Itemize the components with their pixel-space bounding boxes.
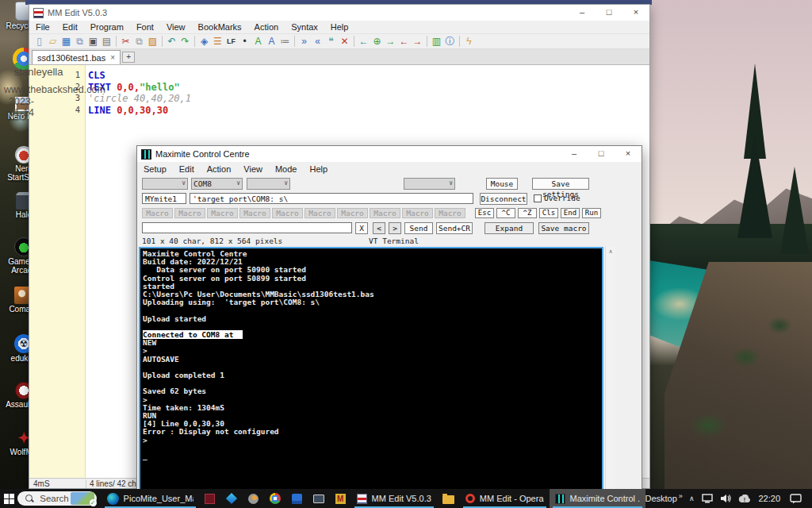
- combo-device[interactable]: ∨: [142, 178, 188, 190]
- macro-button-4[interactable]: Macro: [239, 208, 270, 218]
- history-prev-button[interactable]: <: [373, 222, 385, 234]
- nav-forward-icon[interactable]: →: [384, 34, 397, 48]
- taskbar-item-diamond[interactable]: [220, 489, 243, 508]
- info-icon[interactable]: ⓘ: [443, 34, 457, 48]
- mcc-titlebar[interactable]: Maximite Control Centre – □ ×: [137, 146, 642, 162]
- find-icon[interactable]: ◈: [197, 34, 211, 48]
- save-macro-button[interactable]: Save macro: [538, 222, 589, 234]
- command-input[interactable]: [142, 222, 352, 233]
- nav-back-icon[interactable]: ←: [357, 34, 370, 48]
- clear-button[interactable]: X: [355, 222, 368, 234]
- menu-edit[interactable]: Edit: [56, 22, 84, 32]
- volume-icon[interactable]: [720, 494, 731, 503]
- save-settings-button[interactable]: Save settings: [532, 178, 589, 190]
- menu-edit[interactable]: Edit: [173, 164, 201, 174]
- override-checkbox[interactable]: [534, 194, 542, 202]
- mmedit-titlebar[interactable]: MM Edit V5.0.3 – □ ×: [29, 5, 649, 21]
- print-icon[interactable]: ▤: [100, 34, 113, 48]
- paste-icon[interactable]: ▨: [146, 34, 159, 48]
- desktops-button[interactable]: Desktop: [645, 494, 677, 503]
- macro-button-3[interactable]: Macro: [207, 208, 238, 218]
- expand-button[interactable]: Expand: [485, 222, 534, 234]
- vt-terminal[interactable]: Maximite Control CentreBuild date: 2022/…: [139, 247, 603, 508]
- bullet-icon[interactable]: •: [238, 34, 251, 48]
- save-as-icon[interactable]: ⧉: [73, 34, 86, 48]
- menu-help[interactable]: Help: [324, 22, 355, 32]
- combo-baud[interactable]: ∨: [247, 178, 290, 190]
- macro-button-5[interactable]: Macro: [272, 208, 303, 218]
- taskbar-item-mmedit[interactable]: MM Edit V5.0.3: [351, 489, 437, 508]
- taskbar-item-eset[interactable]: [243, 489, 264, 508]
- jump-back-icon[interactable]: ←: [397, 34, 411, 48]
- history-next-button[interactable]: >: [389, 222, 401, 234]
- widgets-weather-icon[interactable]: [71, 492, 94, 505]
- show-hidden-icons-icon[interactable]: ∧: [689, 495, 695, 502]
- undo-icon[interactable]: ↶: [165, 34, 178, 48]
- menu-file[interactable]: File: [29, 22, 56, 32]
- tab-ssd1306test1[interactable]: ssd1306test1.bas ×: [32, 50, 121, 64]
- macro-button-9[interactable]: Macro: [402, 208, 433, 218]
- key-button-ctrl-z[interactable]: ^Z: [518, 208, 537, 218]
- add-icon[interactable]: ⊕: [370, 34, 384, 48]
- menu-view[interactable]: View: [160, 22, 192, 32]
- send-cr-button[interactable]: Send+CR: [436, 222, 473, 234]
- new-file-icon[interactable]: ▯: [33, 34, 46, 48]
- menu-font[interactable]: Font: [130, 22, 160, 32]
- save-icon[interactable]: ▦: [59, 34, 73, 48]
- onedrive-cloud-icon[interactable]: [738, 495, 751, 503]
- copy-icon[interactable]: ⧉: [132, 34, 146, 48]
- combo-port[interactable]: COM8∨: [191, 178, 243, 190]
- close-button[interactable]: ×: [622, 5, 649, 21]
- macro-button-1[interactable]: Macro: [142, 208, 173, 218]
- menu-setup[interactable]: Setup: [137, 164, 173, 174]
- target-port-field[interactable]: 'target port\COM8: s\: [190, 193, 473, 204]
- macro-button-10[interactable]: Macro: [435, 208, 465, 218]
- taskbar-item-chrome[interactable]: [264, 489, 286, 508]
- snapshot-icon[interactable]: ▣: [86, 34, 100, 48]
- jump-forward-icon[interactable]: →: [411, 34, 424, 48]
- macro-button-7[interactable]: Macro: [337, 208, 368, 218]
- key-button-esc[interactable]: Esc: [475, 208, 494, 218]
- taskbar-item-edge[interactable]: PicoMite_User_Ma...: [102, 489, 199, 508]
- menu-help[interactable]: Help: [303, 164, 334, 174]
- maximize-button[interactable]: □: [588, 146, 615, 162]
- minimize-button[interactable]: –: [569, 5, 596, 21]
- menu-view[interactable]: View: [237, 164, 269, 174]
- font-size-icon[interactable]: A: [265, 34, 278, 48]
- redo-icon[interactable]: ↷: [178, 34, 192, 48]
- taskbar-item-folder[interactable]: [437, 489, 460, 508]
- device-name-field[interactable]: MYmite1: [142, 193, 186, 204]
- disconnect-button[interactable]: Disconnect: [480, 193, 527, 205]
- key-button-end[interactable]: End: [561, 208, 580, 218]
- start-button[interactable]: [0, 489, 17, 508]
- open-file-icon[interactable]: ▱: [46, 34, 59, 48]
- taskbar-item-m-app[interactable]: M: [330, 489, 351, 508]
- macro-button-2[interactable]: Macro: [174, 208, 205, 218]
- notification-center-icon[interactable]: [790, 494, 802, 504]
- network-icon[interactable]: [702, 494, 713, 503]
- more-options-icon[interactable]: »: [679, 492, 683, 500]
- comment-icon[interactable]: ❝: [324, 34, 338, 48]
- list-icon[interactable]: ☰: [211, 34, 224, 48]
- taskbar-item-monitor[interactable]: [308, 489, 330, 508]
- close-button[interactable]: ×: [615, 146, 642, 162]
- menu-program[interactable]: Program: [84, 22, 130, 32]
- macro-button-8[interactable]: Macro: [370, 208, 400, 218]
- line-ending-icon[interactable]: LF: [224, 34, 238, 48]
- tab-close-icon[interactable]: ×: [110, 53, 115, 62]
- combo-mode[interactable]: ∨: [404, 178, 455, 190]
- key-button-run[interactable]: Run: [582, 208, 601, 218]
- terminal-scrollbar[interactable]: ∧: [605, 247, 615, 508]
- key-button-cls[interactable]: Cls: [539, 208, 558, 218]
- menu-action[interactable]: Action: [248, 22, 285, 32]
- taskbar-item-red-app[interactable]: [199, 489, 220, 508]
- menu-mode[interactable]: Mode: [269, 164, 304, 174]
- menu-syntax[interactable]: Syntax: [285, 22, 324, 32]
- list-settings-icon[interactable]: ≔: [278, 34, 292, 48]
- macro-button-6[interactable]: Macro: [304, 208, 335, 218]
- font-style-icon[interactable]: A: [251, 34, 265, 48]
- taskbar-item-opera[interactable]: MM Edit - Opera: [460, 489, 550, 508]
- menu-action[interactable]: Action: [201, 164, 238, 174]
- menu-bookmarks[interactable]: BookMarks: [192, 22, 248, 32]
- send-button[interactable]: Send: [404, 222, 433, 234]
